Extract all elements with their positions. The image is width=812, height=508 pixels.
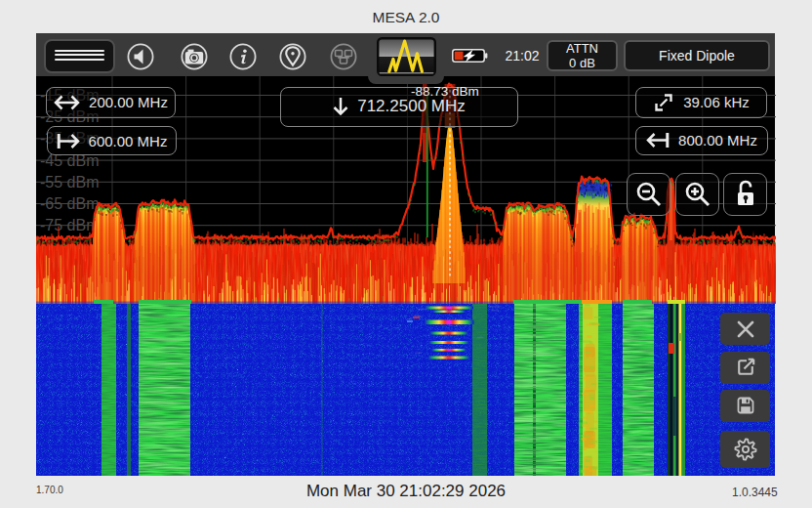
svg-text:-55 dBm: -55 dBm bbox=[40, 174, 99, 190]
svg-text:-75 dBm: -75 dBm bbox=[40, 217, 99, 233]
svg-text:-65 dBm: -65 dBm bbox=[40, 195, 99, 212]
